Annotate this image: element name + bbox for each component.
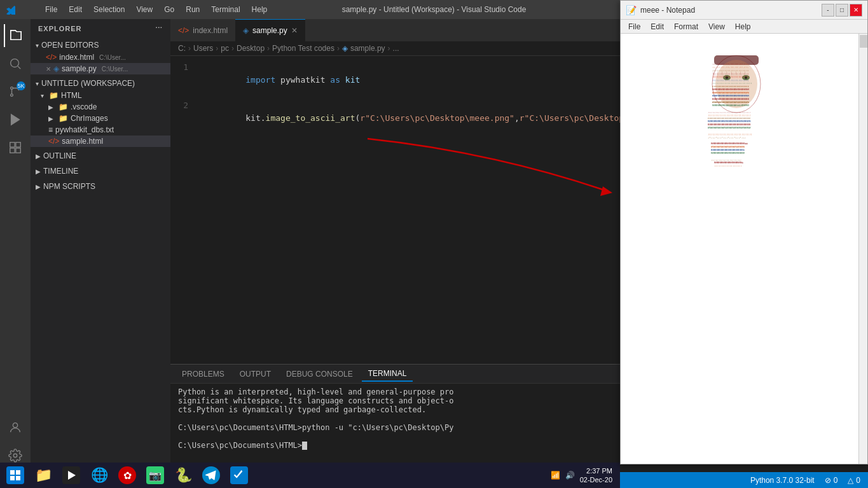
- status-python[interactable]: Python 3.7.0 32-bit: [748, 476, 817, 485]
- menu-run[interactable]: Run: [181, 3, 205, 17]
- open-editors-header[interactable]: ▾ OPEN EDITORS: [31, 39, 170, 52]
- tab-terminal[interactable]: TERMINAL: [362, 366, 413, 382]
- menu-file[interactable]: File: [40, 3, 62, 17]
- status-warnings[interactable]: △ 0: [845, 476, 863, 485]
- breadcrumb-py-icon: ◈: [342, 44, 348, 53]
- tab-py-icon: ◈: [243, 26, 249, 35]
- notepad-text-area[interactable]: ::.::.::.::.::.::.::.::. ::.::.::.::.::.…: [621, 34, 858, 464]
- activity-explorer-icon[interactable]: [4, 24, 27, 47]
- tab-index-html-label: index.html: [193, 26, 228, 35]
- breadcrumb-c[interactable]: C:: [178, 44, 186, 53]
- notepad-menu-file[interactable]: File: [623, 21, 645, 32]
- notepad-menu-format[interactable]: Format: [669, 21, 703, 32]
- folder-icon: 📁: [49, 91, 59, 100]
- file-sample-html[interactable]: </> sample.html: [31, 136, 170, 147]
- screen-capture-icon: 📷: [146, 466, 164, 484]
- svg-rect-6: [10, 143, 15, 147]
- outline-header[interactable]: ▶ OUTLINE: [31, 150, 170, 162]
- error-count: 0: [834, 476, 838, 485]
- notepad-menu-edit[interactable]: Edit: [645, 21, 669, 32]
- photo-app-icon: ✿: [118, 466, 136, 484]
- timeline-section: ▶ TIMELINE: [31, 164, 170, 179]
- svg-rect-9: [16, 148, 20, 153]
- svg-text:WWWWWWWWWWWWWWWWWWWWWWWWWWWW: WWWWWWWWWWWWWWWWWWWWWWWWWWWW: [708, 126, 751, 129]
- notepad-app-icon: 📝: [626, 5, 637, 15]
- breadcrumb-users[interactable]: Users: [193, 44, 213, 53]
- tab-sample-py-label: sample.py: [252, 26, 287, 35]
- vscode-folder-label: .vscode: [71, 102, 97, 111]
- taskbar-python[interactable]: 🐍: [170, 464, 196, 487]
- menu-edit[interactable]: Edit: [64, 3, 87, 17]
- taskbar-chrome[interactable]: 🌐: [86, 464, 112, 487]
- taskbar-file-explorer[interactable]: 📁: [31, 464, 56, 487]
- tab-close-icon[interactable]: ✕: [291, 26, 298, 35]
- breadcrumb-python-test[interactable]: Python Test codes: [272, 44, 334, 53]
- notepad-titlebar: 📝 meee - Notepad - □ ✕: [621, 1, 867, 20]
- timeline-header[interactable]: ▶ TIMELINE: [31, 165, 170, 178]
- svg-text:MMMMMMMMMMMMMMMMMMMMMM: MMMMMMMMMMMMMMMMMMMMMM: [711, 151, 745, 155]
- error-icon: ⊘: [825, 476, 831, 485]
- workspace-header[interactable]: ▾ UNTITLED (WORKSPACE): [31, 77, 170, 90]
- taskbar-media-player[interactable]: [59, 464, 84, 487]
- svg-line-1: [18, 66, 20, 69]
- breadcrumb-pc[interactable]: pc: [221, 44, 229, 53]
- volume-icon: 🔊: [565, 471, 575, 480]
- workspace-chevron: ▾: [36, 80, 39, 87]
- time-display[interactable]: 2:37 PM 02-Dec-20: [580, 466, 612, 485]
- activity-extensions-icon[interactable]: [4, 136, 27, 159]
- vscode-folder-icon: 📁: [59, 102, 68, 111]
- tab-sample-py[interactable]: ◈ sample.py ✕: [235, 19, 305, 41]
- menu-terminal[interactable]: Terminal: [206, 3, 245, 17]
- menu-help[interactable]: Help: [247, 3, 273, 17]
- breadcrumb-sample-py[interactable]: sample.py: [350, 44, 385, 53]
- menu-view[interactable]: View: [131, 3, 158, 17]
- explorer-more-icon[interactable]: ⋯: [155, 24, 163, 32]
- tab-index-html[interactable]: </> index.html: [170, 19, 235, 41]
- status-bar-right: Python 3.7.0 32-bit ⊘ 0 △ 0: [748, 476, 863, 485]
- notepad-scrollbar[interactable]: [858, 34, 867, 464]
- notepad-menubar: File Edit Format View Help: [621, 20, 867, 34]
- clock-date: 02-Dec-20: [580, 475, 612, 484]
- activity-account-icon[interactable]: [4, 416, 27, 439]
- menu-selection[interactable]: Selection: [88, 3, 130, 17]
- fn-image-to-ascii: image_to_ascii_art: [266, 113, 355, 123]
- close-sample-icon[interactable]: ✕: [46, 66, 51, 73]
- svg-marker-5: [11, 115, 20, 125]
- workspace-section: ▾ UNTITLED (WORKSPACE) ▾ 📁 HTML ▶ 📁 .vsc…: [31, 76, 170, 148]
- npm-header[interactable]: ▶ NPM SCRIPTS: [31, 180, 170, 193]
- activity-source-control-icon[interactable]: 5K: [4, 80, 27, 103]
- sample-html-label: sample.html: [62, 137, 103, 146]
- menu-go[interactable]: Go: [159, 3, 179, 17]
- network-icon: 📶: [551, 471, 560, 480]
- notepad-menu-view[interactable]: View: [703, 21, 730, 32]
- notepad-minimize-button[interactable]: -: [822, 4, 834, 17]
- status-errors[interactable]: ⊘ 0: [822, 476, 841, 485]
- taskbar-photo[interactable]: ✿: [114, 464, 140, 487]
- activity-run-icon[interactable]: [4, 108, 27, 131]
- tab-debug-console[interactable]: DEBUG CONSOLE: [280, 367, 359, 381]
- open-editor-sample-py[interactable]: ✕ ◈ sample.py C:\User...: [31, 63, 170, 74]
- breadcrumb-dots[interactable]: ...: [393, 44, 399, 53]
- notepad-scrollbar-thumb[interactable]: [860, 35, 867, 48]
- tab-output[interactable]: OUTPUT: [233, 367, 277, 381]
- window-title: sample.py - Untitled (Workspace) - Visua…: [342, 5, 527, 14]
- notepad-close-button[interactable]: ✕: [850, 4, 862, 17]
- notepad-menu-help[interactable]: Help: [730, 21, 756, 32]
- breadcrumb-desktop[interactable]: Desktop: [237, 44, 265, 53]
- taskbar-telegram[interactable]: [198, 464, 224, 487]
- tab-problems[interactable]: PROBLEMS: [176, 367, 231, 381]
- svg-text:,:,,,:,,,:,,,:,,,:,,,:,,,: ,:,,,:,,,:,,,:,,,:,,,:,,,: [708, 136, 746, 139]
- folder-html[interactable]: ▾ 📁 HTML: [31, 90, 170, 101]
- taskbar-start-button[interactable]: [3, 464, 28, 487]
- activity-search-icon[interactable]: [4, 52, 27, 75]
- taskbar-screen-capture[interactable]: 📷: [142, 464, 168, 487]
- windows-start-icon[interactable]: [6, 466, 24, 484]
- open-editor-index-html[interactable]: </> index.html C:\User...: [31, 52, 170, 63]
- file-chrimages[interactable]: ▶ 📁 ChrImages: [31, 113, 170, 124]
- file-vscode[interactable]: ▶ 📁 .vscode: [31, 101, 170, 113]
- taskbar-vscode[interactable]: [226, 464, 252, 487]
- breadcrumb-sep6: ›: [388, 44, 390, 53]
- file-pywhatkit-txt[interactable]: ≡ pywhatkit_dbs.txt: [31, 124, 170, 136]
- open-editor-sample-name: sample.py: [62, 64, 97, 73]
- notepad-maximize-button[interactable]: □: [836, 4, 848, 17]
